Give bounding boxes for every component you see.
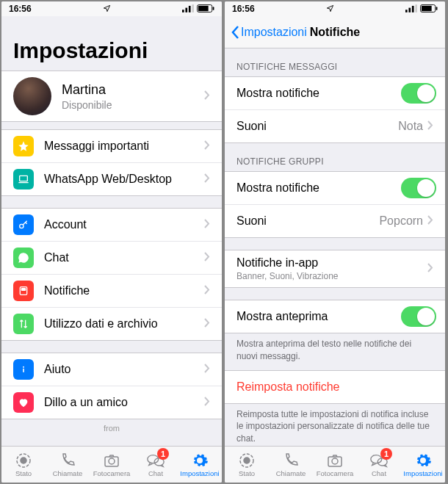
svg-rect-21 xyxy=(412,5,414,12)
tab-camera[interactable]: Fotocamera xyxy=(90,447,134,483)
svg-point-8 xyxy=(20,224,24,228)
row-reset[interactable]: Reimposta notifiche xyxy=(225,371,445,403)
settings-screen: 16:56 Impostazioni Martina Disponibile xyxy=(1,1,222,483)
svg-rect-6 xyxy=(213,7,214,10)
chevron-right-icon xyxy=(427,262,433,275)
row-chat[interactable]: Chat xyxy=(1,242,222,275)
svg-point-14 xyxy=(21,458,26,463)
status-bar: 16:56 xyxy=(225,1,445,16)
row-tell-friend[interactable]: Dillo a un amico xyxy=(1,386,222,419)
group-reset: Reimposta notifiche xyxy=(225,370,445,404)
tab-settings[interactable]: Impostazioni xyxy=(401,447,445,483)
status-time: 16:56 xyxy=(9,4,32,14)
avatar xyxy=(13,77,51,115)
footer-preview: Mostra anteprima del testo nelle notific… xyxy=(225,333,445,370)
toggle-preview[interactable] xyxy=(401,306,436,327)
svg-point-27 xyxy=(244,458,250,463)
svg-point-11 xyxy=(23,366,24,368)
row-data-usage[interactable]: Utilizzo dati e archivio xyxy=(1,308,222,340)
row-notifications[interactable]: Notifiche xyxy=(1,275,222,308)
group-3: Aiuto Dillo a un amico xyxy=(1,353,222,419)
info-icon xyxy=(13,359,34,380)
signal-icon xyxy=(182,4,194,14)
tab-bar: Stato Chiamate Fotocamera 1 Chat Imposta… xyxy=(1,446,222,483)
status-icon xyxy=(15,452,32,469)
svg-rect-5 xyxy=(198,5,209,10)
svg-point-16 xyxy=(109,458,115,464)
group-groups: Mostra notifiche Suoni Popcorn xyxy=(225,171,445,238)
profile-status: Disponibile xyxy=(62,99,204,111)
detail-value: Popcorn xyxy=(379,214,423,228)
tab-settings[interactable]: Impostazioni xyxy=(178,447,222,483)
svg-rect-2 xyxy=(189,5,191,12)
tab-camera[interactable]: Fotocamera xyxy=(313,447,357,483)
svg-rect-10 xyxy=(21,289,25,291)
laptop-icon xyxy=(13,169,34,189)
back-button[interactable]: Impostazioni xyxy=(231,25,307,40)
row-inapp[interactable]: Notifiche in-app Banner, Suoni, Vibrazio… xyxy=(225,250,445,287)
section-header-messages: NOTIFICHE MESSAGGI xyxy=(225,48,445,76)
location-arrow-icon xyxy=(103,4,111,14)
chevron-right-icon xyxy=(204,284,210,297)
status-time: 16:56 xyxy=(232,4,255,14)
row-account[interactable]: Account xyxy=(1,209,222,242)
svg-rect-25 xyxy=(436,7,438,10)
gear-icon xyxy=(191,452,209,469)
chat-badge: 1 xyxy=(157,448,169,460)
page-title: Impostazioni xyxy=(1,16,222,71)
chevron-right-icon xyxy=(204,218,210,231)
whatsapp-icon xyxy=(13,248,34,268)
chevron-right-icon xyxy=(204,317,210,331)
group-1: Messaggi importanti WhatsApp Web/Desktop xyxy=(1,129,222,196)
row-messages-sounds[interactable]: Suoni Nota xyxy=(225,110,445,142)
battery-icon xyxy=(197,4,214,14)
svg-rect-3 xyxy=(192,4,194,12)
chevron-right-icon xyxy=(204,363,210,376)
svg-point-29 xyxy=(332,458,338,464)
svg-rect-1 xyxy=(185,7,187,12)
profile-name: Martina xyxy=(62,82,204,98)
tab-calls[interactable]: Chiamate xyxy=(46,447,90,483)
nav-bar: Impostazioni Notifiche xyxy=(225,16,445,48)
chevron-right-icon xyxy=(427,120,433,133)
signal-icon xyxy=(405,4,417,14)
row-whatsapp-web[interactable]: WhatsApp Web/Desktop xyxy=(1,163,222,195)
location-arrow-icon xyxy=(326,4,334,14)
row-starred-messages[interactable]: Messaggi importanti xyxy=(1,130,222,163)
notification-icon xyxy=(13,281,34,301)
phone-icon xyxy=(59,452,76,469)
chevron-left-icon xyxy=(231,25,239,40)
tab-status[interactable]: Stato xyxy=(225,447,269,483)
svg-rect-7 xyxy=(20,176,28,181)
heart-icon xyxy=(13,392,34,413)
chevron-right-icon xyxy=(204,90,210,103)
detail-value: Nota xyxy=(398,120,423,133)
toggle-messages-show[interactable] xyxy=(401,83,436,104)
camera-icon xyxy=(103,452,120,469)
row-groups-sounds[interactable]: Suoni Popcorn xyxy=(225,205,445,237)
chevron-right-icon xyxy=(204,251,210,264)
tab-calls[interactable]: Chiamate xyxy=(269,447,313,483)
status-icon xyxy=(238,452,256,469)
group-inapp: Notifiche in-app Banner, Suoni, Vibrazio… xyxy=(225,250,445,288)
row-messages-show: Mostra notifiche xyxy=(225,77,445,110)
star-icon xyxy=(13,136,34,156)
tab-status[interactable]: Stato xyxy=(1,447,46,483)
svg-rect-22 xyxy=(415,4,417,12)
profile-row[interactable]: Martina Disponibile xyxy=(1,71,222,121)
row-help[interactable]: Aiuto xyxy=(1,353,222,386)
group-2: Account Chat Notifiche xyxy=(1,208,222,341)
svg-rect-12 xyxy=(23,369,24,372)
tab-chat[interactable]: 1 Chat xyxy=(134,447,178,483)
chat-badge: 1 xyxy=(380,448,392,460)
toggle-groups-show[interactable] xyxy=(401,178,436,198)
tab-chat[interactable]: 1 Chat xyxy=(357,447,401,483)
chevron-right-icon xyxy=(204,173,210,186)
svg-rect-0 xyxy=(182,10,184,12)
camera-icon xyxy=(326,452,344,469)
profile-group: Martina Disponibile xyxy=(1,71,222,122)
gear-icon xyxy=(414,452,432,469)
settings-content: Impostazioni Martina Disponibile Messagg… xyxy=(1,16,222,446)
status-bar: 16:56 xyxy=(1,1,222,16)
from-link[interactable]: from xyxy=(1,419,222,436)
